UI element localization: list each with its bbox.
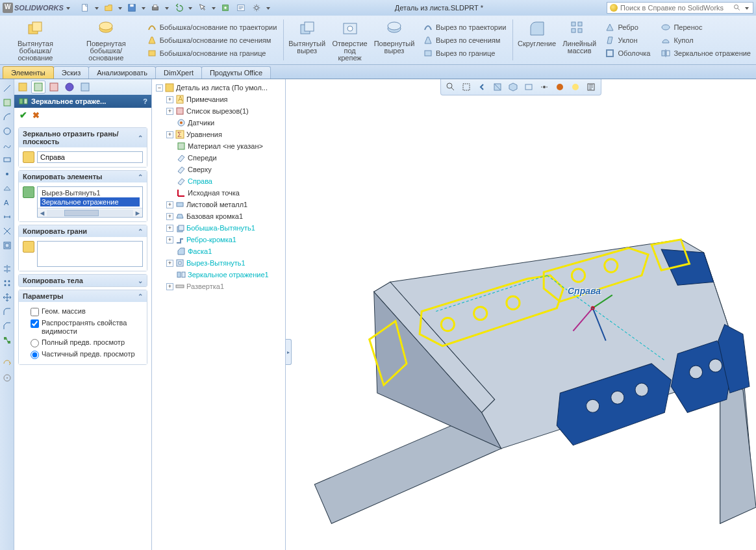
pm-ok-button[interactable]: ✔: [19, 110, 27, 120]
expand-icon[interactable]: +: [166, 131, 173, 138]
save-button[interactable]: [125, 1, 139, 14]
feature-tree[interactable]: − Деталь из листа (По умол... +AПримечан…: [152, 79, 285, 295]
dim-tool-icon[interactable]: [2, 212, 12, 222]
rib-button[interactable]: Ребро: [602, 21, 653, 34]
expand-icon[interactable]: +: [166, 225, 173, 232]
propagate-checkbox[interactable]: [31, 319, 39, 328]
tab-office[interactable]: Продукты Office: [201, 66, 271, 79]
expand-icon[interactable]: +: [166, 213, 173, 220]
dome-button[interactable]: Купол: [658, 34, 753, 47]
search-dropdown-icon[interactable]: [744, 3, 750, 12]
mirror-tool-icon[interactable]: [2, 264, 12, 274]
expand-icon[interactable]: +: [166, 96, 173, 103]
revolved-boss-button[interactable]: Повернутая бобышка/основание: [71, 16, 142, 64]
trim-tool-icon[interactable]: [2, 226, 12, 236]
offset-tool-icon[interactable]: [2, 240, 12, 251]
new-dropdown-icon[interactable]: [94, 3, 100, 12]
lofted-cut-button[interactable]: Вырез по сечениям: [420, 34, 509, 47]
circle-tool-icon[interactable]: [2, 126, 12, 136]
tree-item[interactable]: Справа: [153, 175, 284, 187]
pm-tab-dimxpert[interactable]: [62, 81, 77, 94]
wrap-button[interactable]: Перенос: [658, 21, 753, 34]
tree-item[interactable]: Зеркальное отражение1: [153, 269, 284, 281]
tree-item[interactable]: Спереди: [153, 152, 284, 164]
tree-item[interactable]: Датчики: [153, 117, 284, 129]
open-dropdown-icon[interactable]: [117, 3, 123, 12]
undo-button[interactable]: [171, 1, 186, 14]
features-listbox[interactable]: Вырез-Вытянуть1 Зеркальное отражение ◄►: [37, 186, 143, 218]
fillet-sketch-icon[interactable]: [2, 306, 12, 317]
partial-preview-radio[interactable]: [31, 351, 39, 359]
tree-item[interactable]: +Листовой металл1: [153, 199, 284, 210]
help-search-input[interactable]: [620, 3, 731, 12]
print-dropdown-icon[interactable]: [164, 3, 170, 12]
pm-tab-display[interactable]: [78, 81, 92, 94]
pm-tab-feature[interactable]: [16, 81, 30, 94]
plane-tool-icon[interactable]: [2, 183, 12, 194]
tree-root[interactable]: − Деталь из листа (По умол...: [153, 82, 284, 94]
expand-icon[interactable]: +: [166, 260, 173, 267]
expand-icon[interactable]: +: [166, 236, 173, 244]
mirror-button[interactable]: Зеркальное отражение: [658, 47, 753, 60]
pm-help-icon[interactable]: ?: [143, 97, 147, 105]
boundary-cut-button[interactable]: Вырез по границе: [420, 47, 509, 60]
text-tool-icon[interactable]: A: [2, 197, 12, 208]
faces-listbox[interactable]: [37, 241, 143, 267]
chamfer-sketch-icon[interactable]: [2, 321, 12, 331]
undo-dropdown-icon[interactable]: [187, 3, 194, 12]
geom-pattern-checkbox[interactable]: [31, 308, 39, 316]
convert-icon[interactable]: [2, 358, 12, 369]
hole-wizard-button[interactable]: Отверстие под крепеж: [329, 16, 371, 64]
app-logo[interactable]: SOLIDWORKS: [3, 3, 71, 13]
tab-sketch[interactable]: Эскиз: [53, 66, 89, 79]
draft-button[interactable]: Уклон: [602, 34, 653, 47]
tree-item[interactable]: +Развертка1: [153, 281, 284, 292]
pm-tab-config[interactable]: [47, 81, 61, 94]
extruded-cut-button[interactable]: Вытянутый вырез: [285, 16, 329, 64]
rebuild-button[interactable]: [218, 1, 233, 14]
revolved-cut-button[interactable]: Повернутый вырез: [371, 16, 418, 64]
relations-icon[interactable]: [2, 335, 12, 345]
expand-icon[interactable]: +: [166, 201, 173, 208]
swept-cut-button[interactable]: Вырез по траектории: [420, 21, 509, 34]
swept-boss-button[interactable]: Бобышка/основание по траектории: [144, 21, 280, 34]
rect-tool-icon[interactable]: [2, 155, 12, 165]
line-tool-icon[interactable]: [2, 83, 12, 94]
full-preview-radio[interactable]: [31, 339, 39, 347]
tree-item[interactable]: +Бобышка-Вытянуть1: [153, 222, 284, 234]
lofted-boss-button[interactable]: Бобышка/основание по сечениям: [144, 34, 280, 47]
tree-item[interactable]: +Базовая кромка1: [153, 210, 284, 222]
shell-button[interactable]: Оболочка: [602, 47, 653, 60]
open-button[interactable]: [101, 1, 116, 14]
arc-tool-icon[interactable]: [2, 112, 12, 122]
tree-item[interactable]: Сверху: [153, 164, 284, 175]
fillet-button[interactable]: Скругление: [514, 16, 559, 64]
quick-snap-icon[interactable]: [2, 373, 12, 383]
boundary-boss-button[interactable]: Бобышка/основание на границе: [144, 47, 280, 60]
expand-icon[interactable]: −: [156, 84, 163, 92]
tree-item[interactable]: Исходная точка: [153, 187, 284, 199]
print-button[interactable]: [148, 1, 162, 14]
new-button[interactable]: [78, 1, 92, 14]
tree-item[interactable]: +ΣУравнения: [153, 129, 284, 140]
help-search[interactable]: [607, 2, 753, 14]
point-tool-icon[interactable]: [2, 169, 12, 179]
tree-item[interactable]: +Список вырезов(1): [153, 105, 284, 117]
save-dropdown-icon[interactable]: [140, 3, 147, 12]
tree-item[interactable]: +Ребро-кромка1: [153, 234, 284, 245]
tree-item[interactable]: +AПримечания: [153, 94, 284, 105]
spline-tool-icon[interactable]: [2, 140, 12, 151]
graphics-viewport[interactable]: ▸: [286, 79, 756, 550]
app-menu-arrow-icon[interactable]: [65, 3, 71, 12]
settings-dropdown-icon[interactable]: [265, 3, 271, 12]
pm-tab-property[interactable]: [31, 81, 45, 94]
expand-icon[interactable]: +: [166, 108, 173, 115]
tab-dimxpert[interactable]: DimXpert: [155, 66, 202, 79]
settings-button[interactable]: [249, 1, 264, 14]
listbox-scrollbar[interactable]: ◄►: [38, 208, 142, 217]
select-dropdown-icon[interactable]: [210, 3, 217, 12]
linear-pattern-button[interactable]: Линейный массив: [559, 16, 599, 64]
tree-item[interactable]: +Вырез-Вытянуть1: [153, 257, 284, 269]
tab-features[interactable]: Элементы: [3, 66, 54, 79]
tab-evaluate[interactable]: Анализировать: [88, 66, 156, 79]
